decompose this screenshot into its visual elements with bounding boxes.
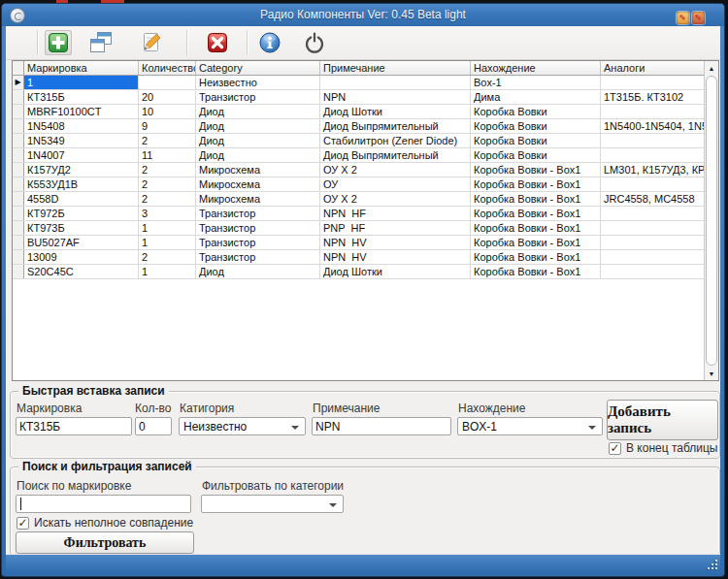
scroll-up-arrow-icon[interactable]: ▲: [705, 61, 718, 75]
grid-cell[interactable]: NPN: [320, 90, 471, 105]
grid-cell[interactable]: NPN HF: [320, 207, 471, 221]
grid-cell[interactable]: Диод Шотки: [320, 105, 471, 119]
grid-cell[interactable]: Диод Выпрямительный: [320, 148, 471, 163]
grid-cell[interactable]: Коробка Вовки - Box1: [471, 221, 601, 236]
grid-cell[interactable]: Коробка Вовки - Box1: [471, 163, 601, 177]
grid-cell[interactable]: [601, 105, 720, 119]
grid-cell[interactable]: [139, 76, 196, 90]
grid-cell[interactable]: Коробка Вовки - Box1: [471, 207, 601, 221]
grid-cell[interactable]: Коробка Вовки: [471, 134, 601, 148]
partial-match-checkbox[interactable]: ✓ Искать неполное совпадение: [17, 516, 193, 530]
add-record-submit-button[interactable]: Добавить запись: [607, 400, 718, 440]
column-header[interactable]: Примечание: [320, 61, 471, 76]
grid-cell[interactable]: 1N5408: [24, 119, 139, 134]
column-header[interactable]: Маркировка: [24, 61, 139, 76]
grid-cell[interactable]: Коробка Вовки - Box1: [471, 250, 601, 265]
scrollbar-thumb[interactable]: [706, 76, 717, 366]
add-record-button[interactable]: [45, 30, 72, 55]
grid-cell[interactable]: Диод: [196, 105, 320, 119]
checkbox-box[interactable]: ✓: [17, 517, 29, 530]
grid-cell[interactable]: 2: [139, 163, 196, 177]
grid-cell[interactable]: Транзистор: [196, 90, 320, 105]
grid-cell[interactable]: К157УД2: [24, 163, 139, 177]
grid-cell[interactable]: JRC4558, MC4558: [601, 192, 720, 207]
grid-cell[interactable]: Микросхема: [196, 192, 320, 207]
grid-cell[interactable]: 2: [139, 134, 196, 148]
grid-cell[interactable]: 4558D: [24, 192, 139, 207]
grid-cell[interactable]: ОУ Х 2: [320, 163, 471, 177]
grid-cell[interactable]: [320, 76, 471, 90]
grid-cell[interactable]: Диод Выпрямительный: [320, 119, 471, 134]
grid-cell[interactable]: Неизвестно: [196, 76, 320, 90]
category-filter-combobox[interactable]: [201, 495, 344, 513]
grid-cell[interactable]: MBRF10100CT: [24, 105, 139, 119]
resize-grip[interactable]: [707, 559, 718, 570]
grid-cell[interactable]: 20: [139, 90, 196, 105]
edit-record-button[interactable]: [138, 30, 165, 55]
grid-cell[interactable]: КТ315Б: [24, 90, 139, 105]
grid-cell[interactable]: [601, 177, 720, 192]
grid-cell[interactable]: 1: [139, 221, 196, 236]
grid-cell[interactable]: Диод: [196, 119, 320, 134]
grid-cell[interactable]: 1N5349: [24, 134, 139, 148]
grid-cell[interactable]: Дима: [471, 90, 601, 105]
grid-cell[interactable]: ОУ: [320, 177, 471, 192]
grid-cell[interactable]: LM301, К157УД3, КР1434УД1А: [601, 163, 720, 177]
close-button[interactable]: [692, 12, 705, 24]
grid-cell[interactable]: Коробка Вовки - Box1: [471, 265, 601, 279]
grid-cell[interactable]: 2: [139, 250, 196, 265]
grid-cell[interactable]: 1: [139, 236, 196, 250]
vertical-scrollbar[interactable]: ▲ ▼: [704, 61, 718, 380]
delete-record-button[interactable]: [204, 30, 231, 55]
grid-cell[interactable]: Коробка Вовки: [471, 105, 601, 119]
grid-cell[interactable]: 9: [139, 119, 196, 134]
append-to-end-checkbox[interactable]: ✓ В конец таблицы: [609, 441, 717, 455]
grid-cell[interactable]: Диод: [196, 134, 320, 148]
info-button[interactable]: [256, 30, 283, 55]
grid-cell[interactable]: Транзистор: [196, 207, 320, 221]
grid-cell[interactable]: NPN HV: [320, 250, 471, 265]
grid-cell[interactable]: BU5027AF: [24, 236, 139, 250]
grid-cell[interactable]: Коробка Вовки: [471, 119, 601, 134]
grid-cell[interactable]: 1N4007: [24, 148, 139, 163]
marking-input[interactable]: [16, 417, 132, 435]
checkbox-box[interactable]: ✓: [609, 442, 621, 455]
note-input[interactable]: [312, 417, 451, 435]
grid-cell[interactable]: S20C45C: [24, 265, 139, 279]
search-input[interactable]: [16, 495, 191, 513]
grid-cell[interactable]: 1Т315Б. КТ3102: [601, 90, 720, 105]
grid-cell[interactable]: Микросхема: [196, 177, 320, 192]
location-combobox[interactable]: BOX-1: [457, 417, 603, 435]
grid-cell[interactable]: 1N5400-1N5404, 1N5406: [601, 119, 720, 134]
grid-cell[interactable]: Транзистор: [196, 250, 320, 265]
grid-cell[interactable]: К553УД1В: [24, 177, 139, 192]
filter-button[interactable]: Фильтровать: [16, 531, 194, 554]
category-combobox[interactable]: Неизвестно: [179, 417, 306, 435]
column-header[interactable]: Нахождение: [471, 61, 601, 76]
titlebar[interactable]: Радио Компоненты Ver: 0.45 Beta light: [2, 4, 724, 26]
grid-cell[interactable]: 1: [24, 76, 139, 90]
grid-cell[interactable]: 2: [139, 177, 196, 192]
column-header[interactable]: Аналоги: [601, 61, 720, 76]
grid-cell[interactable]: [601, 265, 720, 279]
grid-cell[interactable]: [601, 148, 720, 163]
grid-cell[interactable]: [601, 134, 720, 148]
grid-cell[interactable]: Диод: [196, 265, 320, 279]
grid-cell[interactable]: 13009: [24, 250, 139, 265]
grid-cell[interactable]: Диод Шотки: [320, 265, 471, 279]
grid-cell[interactable]: [601, 250, 720, 265]
grid-cell[interactable]: [601, 236, 720, 250]
grid-cell[interactable]: 1: [139, 265, 196, 279]
column-header[interactable]: Количество: [139, 61, 196, 76]
grid-cell[interactable]: Транзистор: [196, 221, 320, 236]
grid-cell[interactable]: [601, 207, 720, 221]
grid-cell[interactable]: 10: [139, 105, 196, 119]
scroll-down-arrow-icon[interactable]: ▼: [705, 367, 718, 380]
grid-cell[interactable]: Box-1: [471, 76, 601, 90]
grid-cell[interactable]: КТ972Б: [24, 207, 139, 221]
grid-cell[interactable]: PNP HF: [320, 221, 471, 236]
grid-cell[interactable]: Диод: [196, 148, 320, 163]
grid-cell[interactable]: [601, 76, 720, 90]
column-header[interactable]: Category: [196, 61, 320, 76]
grid-cell[interactable]: Коробка Вовки - Box1: [471, 177, 601, 192]
